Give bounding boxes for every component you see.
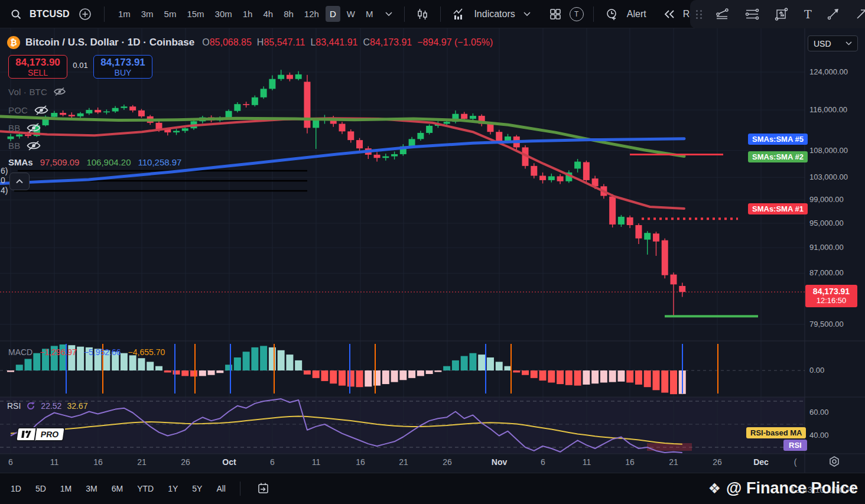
toolbar-divider: [440, 6, 441, 22]
collapse-legend-button[interactable]: [9, 173, 30, 190]
time-axis-label: 11: [583, 457, 591, 467]
macd-legend[interactable]: MACD −1,296.97 −5,952.66 −4,655.70: [8, 347, 165, 357]
price-axis-label: 87,000.00: [809, 268, 844, 277]
timeframe-group: 1m3m5m15m30m1h4h8h12hDWM: [114, 6, 378, 22]
timeframe-W[interactable]: W: [343, 6, 359, 22]
horizontal-lines-tool-icon[interactable]: [743, 6, 762, 22]
tradingview-pro-badge: PRO: [15, 427, 66, 441]
macd-hist-value: −1,296.97: [40, 347, 77, 357]
sell-button[interactable]: 84,173.90 SELL: [8, 55, 67, 79]
rsi-refresh-icon[interactable]: [26, 401, 35, 411]
spread-value: 0.01: [67, 61, 93, 70]
range-5d[interactable]: 5D: [35, 484, 46, 493]
indicators-icon[interactable]: [450, 6, 468, 22]
timeframe-M[interactable]: M: [362, 6, 378, 22]
replay-icon[interactable]: [662, 8, 677, 21]
time-axis-label: 6: [270, 457, 275, 467]
arrow-marker-tool-icon[interactable]: [825, 6, 843, 22]
collapsed-legend-2: 0: [1, 175, 5, 185]
smas-legend[interactable]: SMAs 97,509.09 106,904.20 110,258.97: [8, 157, 181, 167]
symbol-title[interactable]: Bitcoin / U.S. Dollar · 1D · Coinbase: [25, 37, 194, 48]
trade-panel: 84,173.90 SELL 0.01 84,173.91 BUY: [8, 55, 152, 79]
timeframe-menu-chevron-icon[interactable]: [383, 9, 395, 19]
range-6m[interactable]: 6M: [112, 484, 123, 493]
timeframe-1h[interactable]: 1h: [239, 6, 257, 22]
compare-add-icon[interactable]: [76, 5, 95, 24]
timeframe-1m[interactable]: 1m: [114, 6, 135, 22]
toolbar-divider: [104, 6, 105, 22]
price-change: −894.97 (−1.05%): [417, 37, 493, 48]
sma5-value: 110,258.97: [138, 157, 182, 167]
time-axis-label: 21: [137, 457, 147, 467]
template-icon[interactable]: T: [570, 7, 584, 21]
timeframe-4h[interactable]: 4h: [259, 6, 277, 22]
time-axis-label: 16: [625, 457, 635, 467]
timeframe-3m[interactable]: 3m: [137, 6, 158, 22]
sma5-axis-badge: SMAs:SMA #5: [748, 134, 808, 145]
drag-handle-icon[interactable]: [696, 10, 703, 19]
range-ytd[interactable]: YTD: [137, 484, 154, 493]
arrow-tool-icon[interactable]: [853, 6, 865, 22]
rsi-legend[interactable]: RSI 22.52 32.67: [7, 401, 87, 411]
rsi-40-label: 40.00: [809, 431, 829, 440]
bitcoin-icon: ₿: [7, 36, 20, 49]
symbol-name[interactable]: BTCUSD: [30, 9, 70, 19]
range-1m[interactable]: 1M: [60, 484, 71, 493]
price-axis-label: 99,000.00: [809, 195, 844, 204]
timeframe-15m[interactable]: 15m: [183, 6, 208, 22]
range-5y[interactable]: 5Y: [192, 484, 202, 493]
poc-legend[interactable]: POC: [8, 104, 49, 116]
time-axis-label: 21: [669, 457, 678, 467]
time-axis-label: 26: [713, 457, 722, 467]
rsi-ma-value: 32.67: [67, 401, 87, 411]
indicators-chevron-icon[interactable]: [521, 9, 533, 19]
projection-tool-icon[interactable]: [772, 5, 791, 23]
text-tool-icon[interactable]: T: [802, 5, 814, 23]
currency-dropdown[interactable]: USD: [808, 35, 858, 51]
indicators-button[interactable]: Indicators: [474, 9, 515, 19]
timeframe-8h[interactable]: 8h: [279, 6, 298, 22]
chevron-up-icon: [16, 179, 23, 184]
trend-line-tool-icon[interactable]: [713, 6, 732, 22]
watermark: ❖ @ Finance Police: [708, 479, 858, 498]
timeframe-12h[interactable]: 12h: [300, 6, 323, 22]
range-1y[interactable]: 1Y: [168, 484, 178, 493]
toolbar-divider: [593, 6, 594, 22]
timeframe-30m[interactable]: 30m: [211, 6, 236, 22]
sma1-axis-badge: SMAs:SMA #1: [748, 203, 808, 214]
time-axis-label: 11: [50, 457, 59, 467]
time-axis-label: Nov: [492, 457, 507, 467]
range-all[interactable]: All: [216, 484, 226, 493]
bb-legend-1[interactable]: BB: [8, 122, 41, 134]
symbol-legend: ₿ Bitcoin / U.S. Dollar · 1D · Coinbase …: [7, 36, 493, 49]
time-axis-label: Oct: [222, 457, 236, 467]
timeframe-5m[interactable]: 5m: [160, 6, 181, 22]
macd-signal-value: −4,655.70: [128, 347, 165, 357]
layout-grid-icon[interactable]: [547, 6, 564, 22]
timeframe-D[interactable]: D: [326, 6, 340, 22]
alert-button[interactable]: Alert: [627, 9, 646, 19]
bb-legend-2[interactable]: BB: [8, 139, 41, 152]
time-axis-label: 6: [541, 457, 545, 467]
volume-legend[interactable]: Vol · BTC: [8, 86, 66, 97]
range-1d[interactable]: 1D: [11, 484, 21, 493]
chart-type-candles-icon[interactable]: [414, 6, 431, 22]
eye-hidden-icon[interactable]: [26, 139, 41, 152]
range-3m[interactable]: 3M: [86, 484, 97, 493]
search-icon[interactable]: [8, 6, 24, 22]
eye-hidden-icon[interactable]: [53, 86, 66, 97]
eye-hidden-icon[interactable]: [26, 122, 41, 134]
eye-hidden-icon[interactable]: [34, 104, 49, 116]
alert-clock-icon[interactable]: [603, 5, 621, 23]
chevron-down-icon: [846, 41, 852, 45]
tradingview-logo-icon: [15, 427, 37, 441]
ohlc-values: O85,068.85 H85,547.11 L83,441.91 C84,173…: [202, 37, 493, 48]
axis-settings-icon[interactable]: [828, 456, 840, 467]
toolbar-divider: [404, 6, 405, 22]
time-axis-label: Dec: [753, 457, 769, 467]
toolbar-divider: [240, 482, 240, 496]
go-to-date-icon[interactable]: [255, 480, 272, 498]
price-axis-label: 124,000.00: [809, 67, 848, 76]
rsi-60-label: 60.00: [809, 408, 829, 417]
buy-button[interactable]: 84,173.91 BUY: [93, 55, 152, 79]
